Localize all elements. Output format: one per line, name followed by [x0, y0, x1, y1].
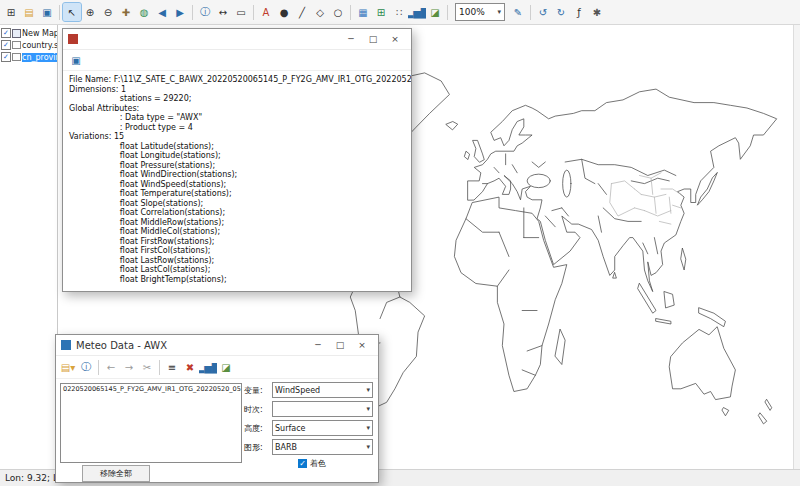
toolbar-separator: [350, 5, 351, 20]
station-data-icon[interactable]: ∷: [390, 3, 408, 21]
right-panel-strip: [793, 25, 800, 470]
chevron-down-icon: ▾: [366, 443, 370, 451]
legend-panel: ✓ New Map Fram... ✓ country.shp ✓ cn_pro…: [0, 25, 58, 470]
legend-item-label[interactable]: cn_province.s...: [22, 53, 57, 62]
data-list-icon[interactable]: ≡: [163, 358, 181, 376]
layer-checkbox[interactable]: ✓: [1, 40, 11, 50]
shade-checkbox-label[interactable]: 着色: [310, 458, 326, 469]
zoom-level-combobox[interactable]: 100% ▾: [455, 3, 505, 21]
metadata-line: float Longitude(stations);: [69, 151, 405, 161]
next-time-icon[interactable]: →: [120, 358, 138, 376]
legend-item-map-frame[interactable]: ✓ New Map Fram...: [0, 27, 57, 39]
save-project-icon[interactable]: ▣: [38, 3, 56, 21]
metadata-line: float Pressure(stations);: [69, 161, 405, 171]
variable-value: WindSpeed: [275, 386, 320, 395]
dialog-icon: [68, 34, 78, 44]
metadata-line: float WindSpeed(stations);: [69, 180, 405, 190]
toolbar-separator: [98, 360, 99, 375]
draw-polygon-icon[interactable]: ◇: [311, 3, 329, 21]
opened-files-list[interactable]: 0220520065145_P_FY2G_AMV_IR1_OTG_2022052…: [60, 383, 242, 463]
metadata-line: Dimensions: 1: [69, 85, 405, 95]
legend-item-label[interactable]: country.shp: [22, 41, 57, 50]
previous-time-icon[interactable]: ←: [102, 358, 120, 376]
layer-checkbox[interactable]: ✓: [1, 52, 11, 62]
maximize-button[interactable]: □: [362, 30, 384, 48]
minimize-button[interactable]: ─: [340, 30, 362, 48]
legend-item-country-layer[interactable]: ✓ country.shp: [0, 39, 57, 51]
edit-vertices-icon[interactable]: ✎: [509, 3, 527, 21]
chevron-down-icon: ▾: [366, 405, 370, 413]
dialog-icon: [61, 340, 71, 350]
clip-data-icon[interactable]: ✂: [138, 358, 156, 376]
chart-icon[interactable]: ▂▅▇: [408, 3, 426, 21]
draw-circle-icon[interactable]: ○: [329, 3, 347, 21]
metadata-line: : Data type = "AWX": [69, 113, 405, 123]
measure-icon[interactable]: ↔: [214, 3, 232, 21]
toolbar-separator: [159, 360, 160, 375]
file-list-item[interactable]: 0220520065145_P_FY2G_AMV_IR1_OTG_2022052…: [63, 385, 242, 393]
grid-data-icon[interactable]: ⊞: [372, 3, 390, 21]
graphic-value: BARB: [275, 443, 297, 452]
metadata-line: File Name: F:\11\Z_SATE_C_BAWX_202205200…: [69, 75, 405, 85]
time-select[interactable]: ▾: [272, 401, 373, 417]
save-text-icon[interactable]: ▣: [67, 51, 85, 69]
close-button[interactable]: ×: [384, 30, 406, 48]
zoom-out-tool-icon[interactable]: ⊖: [99, 3, 117, 21]
shade-checkbox[interactable]: ✓: [298, 459, 307, 468]
metadata-line: float Temperature(stations);: [69, 189, 405, 199]
legend-item-province-layer[interactable]: ✓ cn_province.s...: [0, 51, 57, 63]
script-console-icon[interactable]: ƒ: [570, 3, 588, 21]
graphic-select[interactable]: BARB ▾: [272, 439, 373, 455]
data-info-icon[interactable]: ⓘ: [77, 358, 95, 376]
remove-data-icon[interactable]: ✖: [181, 358, 199, 376]
open-project-icon[interactable]: ▤: [20, 3, 38, 21]
legend-item-label[interactable]: New Map Fram...: [22, 29, 57, 38]
main-toolbar: ⊞▤▣↖⊕⊖✚◍◀▶ⓘ↔▭A●╱◇○▦⊞∷▂▅▇◪ 100% ▾ ✎↺↻ƒ✱: [0, 0, 800, 25]
metadata-line: float Slope(stations);: [69, 199, 405, 209]
variable-select[interactable]: WindSpeed ▾: [272, 382, 373, 398]
open-data-icon[interactable]: ▤▾: [59, 358, 77, 376]
black-sea-outline: [527, 174, 550, 188]
full-extent-icon[interactable]: ◍: [135, 3, 153, 21]
maximize-button[interactable]: □: [329, 336, 351, 354]
identify-icon[interactable]: ⓘ: [196, 3, 214, 21]
zoom-level-value: 100%: [459, 7, 485, 17]
plot-settings-form: 变量: WindSpeed ▾ 时次: ▾ 高度: Su: [244, 382, 373, 469]
zoom-next-icon[interactable]: ▶: [171, 3, 189, 21]
close-button[interactable]: ×: [351, 336, 373, 354]
undo-icon[interactable]: ↺: [534, 3, 552, 21]
meteo-dialog-toolbar: ▤▾ⓘ←→✂≡✖▂▅▇◪: [56, 356, 378, 379]
variable-label: 变量:: [244, 385, 272, 396]
plot-chart-icon[interactable]: ▂▅▇: [199, 358, 217, 376]
shade-option[interactable]: ✓ 着色: [298, 458, 373, 469]
window-icon[interactable]: ⊞: [2, 3, 20, 21]
export-image-icon[interactable]: ◪: [217, 358, 235, 376]
redo-icon[interactable]: ↻: [552, 3, 570, 21]
zoom-previous-icon[interactable]: ◀: [153, 3, 171, 21]
draw-point-icon[interactable]: ●: [275, 3, 293, 21]
settings-icon[interactable]: ✱: [588, 3, 606, 21]
layer-checkbox[interactable]: ✓: [1, 28, 11, 38]
chevron-down-icon: ▾: [366, 386, 370, 394]
data-info-titlebar[interactable]: ─ □ ×: [63, 29, 411, 50]
metadata-line: float LastCol(stations);: [69, 265, 405, 275]
draw-polyline-icon[interactable]: ╱: [293, 3, 311, 21]
image-export-icon[interactable]: ◪: [426, 3, 444, 21]
select-tool-icon[interactable]: ↖: [63, 3, 81, 21]
level-select[interactable]: Surface ▾: [272, 420, 373, 436]
metadata-line: float MiddleCol(stations);: [69, 227, 405, 237]
metadata-line: Variations: 15: [69, 132, 405, 142]
minimize-button[interactable]: ─: [307, 336, 329, 354]
label-icon[interactable]: A: [257, 3, 275, 21]
meteo-data-manager-icon[interactable]: ▦: [354, 3, 372, 21]
meteo-dialog-titlebar[interactable]: Meteo Data - AWX ─ □ ×: [56, 335, 378, 356]
zoom-in-tool-icon[interactable]: ⊕: [81, 3, 99, 21]
pan-tool-icon[interactable]: ✚: [117, 3, 135, 21]
select-features-icon[interactable]: ▭: [232, 3, 250, 21]
remove-all-button[interactable]: 移除全部: [82, 465, 150, 482]
metadata-line: float Correlation(stations);: [69, 208, 405, 218]
graphic-label: 图形:: [244, 442, 272, 453]
chevron-down-icon: ▾: [366, 424, 370, 432]
time-label: 时次:: [244, 404, 272, 415]
toolbar-separator: [447, 5, 448, 20]
